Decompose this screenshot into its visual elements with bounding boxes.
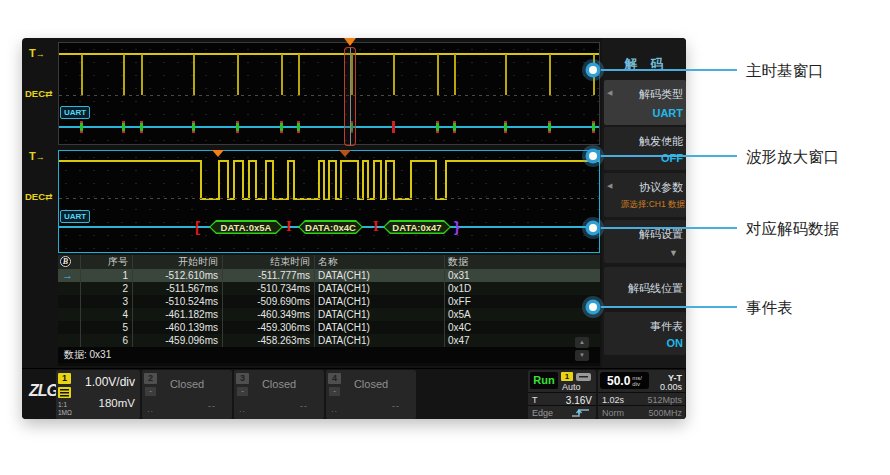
channel4-value: -- (392, 401, 400, 411)
channel1-box[interactable]: 1 1:1 1MΩ 1.00V/div 180mV (56, 370, 140, 419)
table-row[interactable]: 2 -511.567ms -510.734ms DATA(CH1) 0x1D (58, 282, 600, 295)
uart-bus-label-zoom: UART (60, 210, 90, 223)
trigger-mode: Auto (562, 382, 581, 392)
ch1-zoom-waveform (59, 151, 599, 252)
menu-item-value: OFF (661, 152, 683, 164)
scroll-down-button[interactable]: ▼ (575, 350, 589, 361)
uart-pulse (549, 54, 551, 95)
uart-pulse (141, 54, 143, 95)
channel2-dots: .. (147, 404, 154, 414)
table-row[interactable]: 3 -510.524ms -509.690ms DATA(CH1) 0xFF (58, 295, 600, 308)
menu-item-protocol-params[interactable]: ◀ 协议参数 源选择:CH1 数据 (604, 173, 686, 217)
frame-end-bracket: } (454, 218, 460, 235)
bandwidth: 500MHz (648, 408, 682, 418)
menu-item-label: 协议参数 (639, 180, 683, 195)
timebase-scale-box: 50.0 ms/div (600, 372, 649, 389)
frame-separator: I (286, 219, 291, 235)
ch1-waveform-baseline (59, 53, 599, 55)
horizontal-position: 0.00s (660, 382, 682, 392)
trigger-level-marker[interactable]: T→ (29, 47, 45, 59)
menu-item-decode-line-position[interactable]: 解码线位置 (604, 267, 686, 308)
decode-error-tick (392, 121, 395, 133)
uart-pulse (237, 54, 239, 95)
timebase-status-box[interactable]: 50.0 ms/div Y-T 0.00s 1.02s 512Mpts Norm… (598, 370, 685, 419)
trigger-label: T (532, 395, 538, 405)
run-status: Run (530, 372, 558, 389)
channel1-scale: 1.00V/div (85, 375, 135, 389)
channel3-box[interactable]: 3 - Closed .. -- (234, 370, 324, 419)
decode-data-bubble: DATA:0x5A (209, 220, 283, 234)
uart-pulse (437, 54, 439, 95)
callout-dot (589, 152, 597, 160)
table-footer-data: 数据: 0x31 (58, 347, 600, 363)
channel1-offset: 180mV (99, 397, 135, 409)
uart-pulse (81, 54, 83, 95)
table-row[interactable]: 6 -459.096ms -458.263ms DATA(CH1) 0x47 (58, 334, 600, 347)
status-bar: ZLG® 1 1:1 1MΩ 1.00V/div 180mV 2 - Close… (22, 368, 686, 419)
trigger-type: Edge (532, 408, 553, 418)
decode-tick (192, 121, 195, 133)
channel4-box[interactable]: 4 - Closed .. -- (326, 370, 416, 419)
menu-item-label: 事件表 (650, 319, 683, 334)
trigger-level-marker-zoom[interactable]: T→ (29, 150, 45, 162)
channel2-value: -- (208, 401, 216, 411)
trigger-coupling-icon (576, 373, 591, 381)
callout-line (601, 227, 737, 229)
trigger-source-badge: 1 (561, 372, 573, 381)
memory-depth: 512Mpts (647, 395, 682, 405)
decode-tick (122, 121, 125, 133)
bus-icon: B (60, 256, 71, 267)
menu-item-label: 解码设置 (639, 227, 683, 242)
callout-label-decode-data: 对应解码数据 (746, 219, 839, 240)
menu-item-event-table[interactable]: 事件表 ON (604, 312, 686, 355)
trigger-position-line (350, 48, 351, 145)
uart-pulse (193, 54, 195, 95)
uart-pulse (393, 54, 395, 95)
selected-row-arrow-icon: → (58, 270, 80, 281)
decode-tick (297, 121, 300, 133)
channel3-state: Closed (234, 378, 324, 390)
record-time: 1.02s (602, 395, 624, 405)
table-row[interactable]: → 1 -512.610ms -511.777ms DATA(CH1) 0x31 (58, 269, 600, 282)
main-timebase-window: UART (58, 42, 600, 145)
channel2-state: Closed (142, 378, 232, 390)
callout-dot (589, 66, 597, 74)
channel2-box[interactable]: 2 - Closed .. -- (142, 370, 232, 419)
event-table-header: 序号 开始时间 结束时间 名称 数据 (58, 255, 600, 269)
table-row[interactable]: 4 -461.182ms -460.349ms DATA(CH1) 0x5A (58, 308, 600, 321)
table-row[interactable]: 5 -460.139ms -459.306ms DATA(CH1) 0x4C (58, 321, 600, 334)
channel4-dots: .. (331, 404, 338, 414)
trigger-status-box[interactable]: Run 1 Auto T 3.16V Edge (528, 370, 596, 419)
trigger-marker-icon[interactable] (344, 38, 356, 46)
callout-dot (589, 303, 597, 311)
decode-tick (80, 121, 83, 133)
ground-reference-line (59, 95, 599, 96)
zoom-region-indicator[interactable] (344, 47, 356, 146)
channel3-value: -- (300, 401, 308, 411)
menu-item-trigger-enable[interactable]: 触发使能 OFF (604, 127, 686, 170)
uart-pulse (593, 54, 595, 95)
scroll-up-button[interactable]: ▲ (575, 337, 589, 348)
event-table: 序号 开始时间 结束时间 名称 数据 → 1 -512.610ms -511.7… (58, 255, 600, 366)
decode-line-marker[interactable]: DEC⇄ (25, 88, 53, 99)
decode-tick (453, 121, 456, 133)
frame-separator: I (373, 219, 378, 235)
waveform-zoom-window: UART [ DATA:0x5A I DATA:0x4C I DATA:0x47… (58, 150, 600, 253)
decode-line-marker-zoom[interactable]: DEC⇄ (25, 191, 53, 202)
callout-label-event-table: 事件表 (746, 298, 793, 319)
decode-tick (280, 121, 283, 133)
decode-tick (548, 121, 551, 133)
decode-tick (504, 121, 507, 133)
menu-item-decode-type[interactable]: ◀ 解码类型 UART (604, 80, 686, 125)
ground-reference-line-zoom (59, 198, 599, 199)
callout-label-zoom-window: 波形放大窗口 (746, 147, 839, 168)
callout-dot (589, 224, 597, 232)
callout-label-main-window: 主时基窗口 (746, 61, 824, 82)
uart-pulse (123, 54, 125, 95)
channel1-badge: 1 (58, 373, 71, 384)
input-impedance: 1MΩ (58, 409, 72, 416)
decode-tick (140, 121, 143, 133)
decode-data-bubble: DATA:0x47 (383, 220, 451, 234)
decode-data-bubble: DATA:0x4C (298, 220, 363, 234)
uart-pulse (505, 54, 507, 95)
